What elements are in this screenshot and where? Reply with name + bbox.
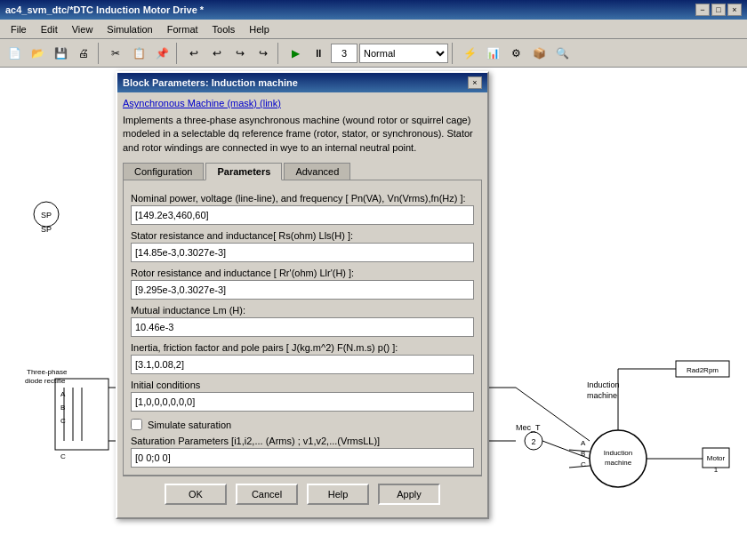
apply-button[interactable]: Apply (378, 484, 440, 505)
svg-text:machine: machine (587, 391, 617, 400)
menu-bar: File Edit View Simulation Format Tools H… (0, 20, 747, 39)
redo2-btn[interactable]: ↪ (253, 43, 274, 64)
undo-btn[interactable]: ↩ (183, 43, 205, 64)
menu-view[interactable]: View (65, 22, 100, 36)
run-btn[interactable]: ▶ (285, 43, 306, 64)
redo-btn[interactable]: ↪ (229, 43, 251, 64)
svg-text:SP: SP (41, 211, 52, 220)
title-bar: ac4_svm_dtc/*DTC Induction Motor Drive *… (0, 0, 747, 20)
field-label-3: Mutual inductance Lm (H): (131, 305, 474, 316)
save-btn[interactable]: 💾 (50, 43, 71, 64)
menu-tools[interactable]: Tools (205, 22, 243, 36)
field-label-0: Nominal power, voltage (line-line), and … (131, 193, 474, 204)
tb-extra5[interactable]: 🔍 (551, 43, 573, 64)
svg-text:2: 2 (531, 437, 535, 446)
dialog-close-btn[interactable]: × (468, 76, 482, 89)
new-btn[interactable]: 📄 (4, 43, 25, 64)
tab-advanced[interactable]: Advanced (284, 163, 350, 180)
close-btn[interactable]: × (727, 4, 742, 16)
window-title: ac4_svm_dtc/*DTC Induction Motor Drive * (5, 4, 204, 15)
saturation-input[interactable] (131, 448, 474, 468)
svg-text:Rad2Rpm: Rad2Rpm (687, 366, 719, 374)
toolbar: 📄 📂 💾 🖨 ✂ 📋 📌 ↩ ↩ ↪ ↪ ▶ ⏸ Normal Acceler… (0, 39, 747, 68)
svg-text:Induction: Induction (587, 380, 620, 389)
menu-edit[interactable]: Edit (34, 22, 65, 36)
field-input-1[interactable] (131, 243, 474, 262)
field-input-4[interactable] (131, 355, 474, 374)
svg-text:1: 1 (714, 466, 719, 474)
tb-extra4[interactable]: 📦 (528, 43, 550, 64)
open-btn[interactable]: 📂 (27, 43, 48, 64)
sep4 (452, 43, 455, 64)
tb-extra3[interactable]: ⚙ (505, 43, 526, 64)
svg-text:C: C (60, 452, 66, 460)
sep2 (176, 43, 180, 64)
svg-line-34 (569, 466, 590, 468)
svg-text:B: B (60, 404, 65, 412)
svg-text:diode rectifie: diode rectifie (25, 377, 66, 385)
undo2-btn[interactable]: ↩ (206, 43, 228, 64)
dialog-description: Implements a three-phase asynchronous ma… (123, 114, 482, 155)
help-button[interactable]: Help (307, 484, 369, 505)
svg-text:B: B (581, 450, 585, 458)
svg-text:C: C (581, 460, 586, 468)
svg-text:machine: machine (605, 459, 632, 467)
field-input-3[interactable] (131, 317, 474, 337)
svg-text:Motor: Motor (707, 454, 726, 462)
menu-file[interactable]: File (4, 22, 34, 36)
svg-text:A: A (581, 439, 586, 447)
cut-btn[interactable]: ✂ (105, 43, 126, 64)
print-btn[interactable]: 🖨 (73, 43, 94, 64)
tab-content-wrapper: Nominal power, voltage (line-line), and … (123, 180, 482, 476)
sep3 (277, 43, 281, 64)
field-input-0[interactable] (131, 205, 474, 225)
window-controls[interactable]: − □ × (695, 4, 742, 16)
menu-simulation[interactable]: Simulation (100, 22, 159, 36)
dialog-title-bar[interactable]: Block Parameters: Induction machine × (117, 73, 487, 92)
tab-parameters[interactable]: Parameters (205, 163, 282, 180)
pause-btn[interactable]: ⏸ (308, 43, 329, 64)
field-label-4: Inertia, friction factor and pole pairs … (131, 342, 474, 353)
field-input-5[interactable] (131, 392, 474, 412)
field-label-1: Stator resistance and inductance[ Rs(ohm… (131, 230, 474, 241)
field-label-5: Initial conditions (131, 380, 474, 390)
paste-btn[interactable]: 📌 (151, 43, 173, 64)
svg-line-32 (516, 388, 590, 441)
field-label-2: Rotor resistance and inductance [ Rr'(oh… (131, 268, 474, 278)
simulate-saturation-checkbox[interactable] (131, 419, 142, 430)
zoom-input[interactable] (331, 44, 357, 63)
tb-extra1[interactable]: ⚡ (459, 43, 480, 64)
ok-button[interactable]: OK (165, 484, 227, 505)
simulate-saturation-row: Simulate saturation (131, 419, 474, 430)
mode-select[interactable]: Normal Accelerator Rapid Accelerator (359, 44, 448, 63)
tab-content-parameters: Nominal power, voltage (line-line), and … (123, 180, 482, 476)
minimize-btn[interactable]: − (695, 4, 710, 16)
simulate-saturation-label: Simulate saturation (148, 420, 231, 430)
copy-btn[interactable]: 📋 (128, 43, 149, 64)
field-input-2[interactable] (131, 280, 474, 300)
cancel-button[interactable]: Cancel (236, 484, 298, 505)
svg-text:Mec_T: Mec_T (516, 423, 541, 432)
menu-help[interactable]: Help (242, 22, 277, 36)
dialog-footer: OK Cancel Help Apply (123, 476, 482, 512)
svg-text:SP: SP (41, 225, 52, 234)
svg-line-33 (569, 450, 590, 452)
dialog-title: Block Parameters: Induction machine (123, 77, 298, 88)
menu-format[interactable]: Format (160, 22, 205, 36)
saturation-label: Saturation Parameters [i1,i2,... (Arms) … (131, 436, 474, 446)
tb-extra2[interactable]: 📊 (482, 43, 503, 64)
tab-bar: Configuration Parameters Advanced (123, 162, 482, 180)
svg-text:Induction: Induction (604, 449, 632, 457)
tab-configuration[interactable]: Configuration (123, 163, 204, 180)
svg-text:C: C (60, 417, 66, 425)
sep1 (98, 43, 101, 64)
block-parameters-dialog: Block Parameters: Induction machine × As… (116, 71, 489, 519)
svg-text:Three-phase: Three-phase (27, 368, 68, 376)
dialog-body: Asynchronous Machine (mask) (link) Imple… (117, 92, 487, 517)
maximize-btn[interactable]: □ (711, 4, 726, 16)
svg-text:A: A (60, 390, 66, 398)
dialog-link[interactable]: Asynchronous Machine (mask) (link) (123, 98, 482, 108)
